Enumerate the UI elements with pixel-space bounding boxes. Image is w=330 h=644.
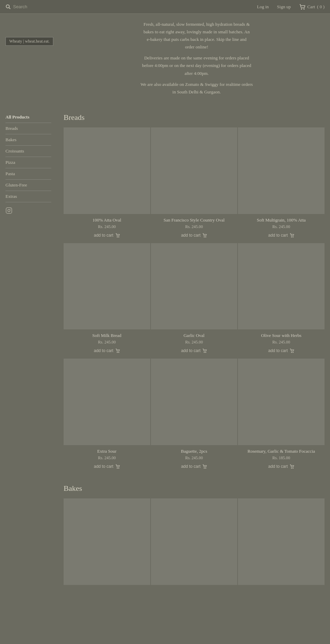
product-card-soft-multigrain: Soft Multigrain, 100% Atta Rs. 245.00 ad… [238,127,324,242]
add-to-cart-button[interactable]: add to cart [179,348,209,354]
sidebar-item-croissants[interactable]: Croissants [6,146,51,157]
cart-count: ( 0 ) [317,4,324,10]
add-to-cart-button[interactable]: add to cart [179,463,209,470]
bakes-placeholder-image [64,498,150,585]
product-price: Rs. 245.00 [272,340,290,345]
product-image [151,243,238,330]
bakes-placeholder-image [151,498,238,585]
cart-label: Cart [307,4,315,10]
sidebar-item-extras[interactable]: Extras [6,191,51,202]
cart-icon [299,4,305,10]
svg-rect-4 [6,208,12,214]
sidebar-item-breads[interactable]: Breads [6,123,51,134]
product-image [238,359,324,445]
sidebar-item-bakes[interactable]: Bakes [6,134,51,146]
breads-product-grid: 100% Atta Oval Rs. 245.00 add to cart Sa… [64,127,324,474]
svg-point-21 [204,468,205,468]
main-layout: All Products Breads Bakes Croissants Piz… [0,106,330,595]
svg-line-1 [9,8,10,9]
add-to-cart-button[interactable]: add to cart [92,232,122,238]
add-to-cart-button[interactable]: add to cart [266,232,296,238]
bakes-placeholder-3 [238,498,324,589]
bakes-placeholder-2 [151,498,238,589]
svg-point-0 [6,5,9,8]
product-price: Rs. 185.00 [272,455,290,461]
product-price: Rs. 245.00 [98,455,116,461]
product-image [64,127,150,214]
hero-line1: Fresh, all-natural, slow fermented, high… [69,21,324,51]
product-card-sf-country-oval: San Francisco Style Country Oval Rs. 245… [151,127,238,242]
site-header: Log in Sign up Cart ( 0 ) [0,0,330,14]
sidebar-item-pasta[interactable]: Pasta [6,168,51,180]
header-nav: Log in Sign up Cart ( 0 ) [257,4,324,10]
product-image [151,127,238,214]
instagram-link[interactable] [6,207,51,214]
sidebar-item-pizza[interactable]: Pizza [6,157,51,168]
signup-link[interactable]: Sign up [277,4,291,10]
cart-btn-icon [115,348,120,353]
cart-btn-icon [202,233,207,238]
product-price: Rs. 245.00 [98,340,116,345]
svg-point-6 [10,208,11,209]
breads-section-title: Breads [64,113,324,122]
product-name: Rosemary, Garlic & Tomato Focaccia [245,449,318,454]
product-price: Rs. 245.00 [185,340,203,345]
product-name: Olive Sour with Herbs [258,333,304,338]
cart-area[interactable]: Cart ( 0 ) [299,4,324,10]
svg-point-15 [204,352,205,353]
add-to-cart-button[interactable]: add to cart [179,232,209,238]
svg-point-7 [117,236,118,237]
add-to-cart-button[interactable]: add to cart [92,348,122,354]
cart-btn-icon [202,348,207,353]
product-price: Rs. 245.00 [185,224,203,229]
add-to-cart-button[interactable]: add to cart [92,463,122,470]
add-to-cart-button[interactable]: add to cart [266,463,296,470]
logo-tag: Wheaty | wheat.heat.eat. [6,37,53,46]
bakes-section: Bakes [64,484,324,589]
svg-point-14 [118,352,119,353]
svg-point-3 [304,9,304,9]
svg-point-5 [8,210,10,212]
search-input[interactable] [13,4,54,9]
product-name: 100% Atta Oval [90,217,124,223]
product-name: Garlic Oval [181,333,207,338]
svg-point-11 [291,236,292,237]
product-image [64,243,150,330]
product-price: Rs. 245.00 [98,224,116,229]
svg-point-22 [206,468,206,468]
login-link[interactable]: Log in [257,4,269,10]
hero-section: Fresh, all-natural, slow fermented, high… [0,14,330,106]
svg-point-10 [206,236,206,237]
products-area: Breads 100% Atta Oval Rs. 245.00 add to … [57,106,330,595]
cart-btn-icon [115,233,120,238]
product-name: Soft Multigrain, 100% Atta [254,217,308,223]
product-card-olive-sour: Olive Sour with Herbs Rs. 245.00 add to … [238,243,324,358]
search-icon [6,4,11,10]
svg-point-13 [117,352,118,353]
sidebar: All Products Breads Bakes Croissants Piz… [0,106,57,595]
svg-point-18 [293,352,294,353]
product-name: Baguette, 2pcs [178,449,210,454]
bakes-placeholder-1 [64,498,150,589]
bakes-placeholder-image [238,498,324,585]
cart-btn-icon [115,464,120,469]
svg-point-20 [118,468,119,468]
product-card-extra-sour: Extra Sour Rs. 245.00 add to cart [64,359,150,474]
product-image [238,243,324,330]
cart-btn-icon [289,233,294,238]
svg-point-16 [206,352,206,353]
add-to-cart-button[interactable]: add to cart [266,348,296,354]
product-image [238,127,324,214]
bakes-section-title: Bakes [64,484,324,493]
cart-btn-icon [289,348,294,353]
hero-line3: We are also available on Zomato & Swiggy… [69,81,324,96]
svg-point-19 [117,468,118,468]
product-name: Soft Milk Bread [90,333,124,338]
product-price: Rs. 245.00 [185,455,203,461]
bakes-product-grid [64,498,324,589]
cart-btn-icon [289,464,294,469]
product-name: San Francisco Style Country Oval [161,217,228,223]
sidebar-item-gluten-free[interactable]: Gluten-Free [6,180,51,191]
svg-point-24 [293,468,294,468]
sidebar-item-all-products[interactable]: All Products [6,112,51,123]
